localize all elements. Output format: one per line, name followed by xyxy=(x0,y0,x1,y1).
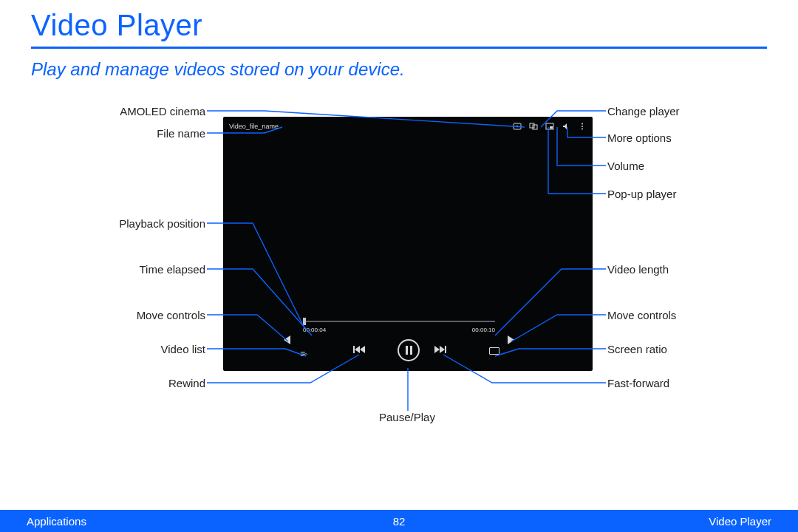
topbar-icons xyxy=(513,122,587,131)
title-rule xyxy=(31,47,767,49)
page-footer: Applications 82 Video Player xyxy=(0,510,798,532)
svg-point-6 xyxy=(582,123,583,125)
label-move-controls-l: Move controls xyxy=(137,309,205,321)
label-video-length: Video length xyxy=(607,263,669,276)
move-controls-right-icon[interactable] xyxy=(508,335,514,344)
svg-rect-3 xyxy=(533,125,537,129)
svg-point-8 xyxy=(582,129,583,130)
label-move-controls-r: Move controls xyxy=(607,309,676,321)
fast-forward-icon[interactable] xyxy=(434,346,446,353)
label-amoled-cinema: AMOLED cinema xyxy=(120,105,205,117)
time-total: 00:00:10 xyxy=(472,327,495,333)
move-controls-left-icon[interactable] xyxy=(284,335,290,344)
more-options-icon[interactable] xyxy=(578,122,587,131)
progress-track[interactable] xyxy=(303,321,495,322)
label-more-options: More options xyxy=(607,132,672,144)
rewind-icon[interactable] xyxy=(353,346,365,353)
player-controlbar: 00:00:04 00:00:10 ≡◦ xyxy=(223,321,593,365)
popup-player-icon[interactable] xyxy=(545,122,554,131)
page-title: Video Player xyxy=(31,9,767,42)
svg-point-1 xyxy=(516,126,518,127)
player-topbar: Video_file_name xyxy=(223,117,593,136)
screen-ratio-icon[interactable] xyxy=(489,347,499,355)
label-pause-play: Pause/Play xyxy=(379,411,435,423)
svg-rect-5 xyxy=(550,126,553,129)
footer-page: 82 xyxy=(393,515,406,528)
time-elapsed: 00:00:04 xyxy=(303,327,326,333)
pause-play-icon[interactable] xyxy=(398,339,420,361)
volume-icon[interactable] xyxy=(562,122,570,131)
change-player-icon[interactable] xyxy=(529,122,538,131)
label-screen-ratio: Screen ratio xyxy=(607,343,667,355)
file-name-text: Video_file_name xyxy=(229,123,279,130)
video-list-icon[interactable]: ≡◦ xyxy=(300,349,307,359)
progress-thumb[interactable] xyxy=(303,318,306,325)
label-playback-position: Playback position xyxy=(119,217,205,230)
label-time-elapsed: Time elapsed xyxy=(140,263,206,276)
label-volume: Volume xyxy=(607,160,644,172)
label-fast-forward: Fast-forward xyxy=(607,377,669,389)
footer-right: Video Player xyxy=(709,515,771,528)
label-popup-player: Pop-up player xyxy=(607,188,676,200)
label-file-name: File name xyxy=(157,127,205,140)
svg-rect-2 xyxy=(530,123,534,128)
page-subtitle: Play and manage videos stored on your de… xyxy=(31,59,767,80)
label-video-list: Video list xyxy=(160,343,205,355)
amoled-cinema-icon[interactable] xyxy=(513,122,522,131)
footer-left: Applications xyxy=(27,515,86,528)
callout-diagram: Video_file_name 00:00:04 00:00:10 ≡◦ xyxy=(31,96,767,480)
label-change-player: Change player xyxy=(607,105,680,117)
label-rewind: Rewind xyxy=(168,377,205,389)
svg-point-7 xyxy=(582,126,583,127)
video-player-mock: Video_file_name 00:00:04 00:00:10 ≡◦ xyxy=(223,117,593,371)
